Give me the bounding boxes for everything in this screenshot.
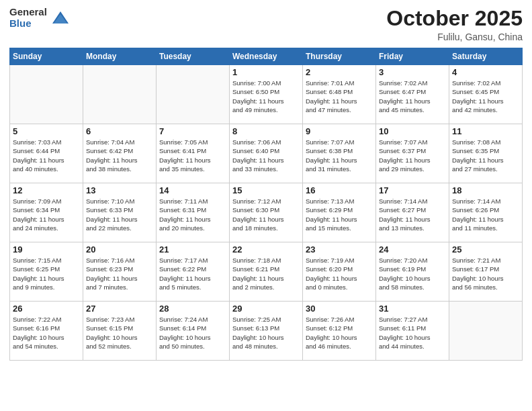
calendar: Sunday Monday Tuesday Wednesday Thursday… bbox=[9, 48, 523, 361]
day-number: 26 bbox=[13, 304, 80, 314]
calendar-cell: 21Sunrise: 7:17 AM Sunset: 6:22 PM Dayli… bbox=[157, 242, 230, 302]
day-number: 2 bbox=[306, 67, 373, 77]
day-info: Sunrise: 7:02 AM Sunset: 6:45 PM Dayligh… bbox=[452, 79, 519, 114]
calendar-cell: 10Sunrise: 7:07 AM Sunset: 6:37 PM Dayli… bbox=[376, 124, 449, 183]
calendar-cell: 29Sunrise: 7:25 AM Sunset: 6:13 PM Dayli… bbox=[230, 302, 303, 361]
day-info: Sunrise: 7:08 AM Sunset: 6:35 PM Dayligh… bbox=[452, 138, 519, 173]
col-saturday: Saturday bbox=[449, 48, 523, 65]
day-info: Sunrise: 7:27 AM Sunset: 6:11 PM Dayligh… bbox=[379, 315, 446, 351]
day-number: 13 bbox=[86, 185, 153, 195]
day-info: Sunrise: 7:14 AM Sunset: 6:26 PM Dayligh… bbox=[452, 197, 519, 232]
day-number: 23 bbox=[306, 244, 373, 255]
day-info: Sunrise: 7:01 AM Sunset: 6:48 PM Dayligh… bbox=[306, 79, 373, 114]
calendar-cell: 9Sunrise: 7:07 AM Sunset: 6:38 PM Daylig… bbox=[303, 124, 376, 183]
calendar-cell: 17Sunrise: 7:14 AM Sunset: 6:27 PM Dayli… bbox=[376, 183, 449, 242]
day-info: Sunrise: 7:23 AM Sunset: 6:15 PM Dayligh… bbox=[86, 315, 153, 351]
day-info: Sunrise: 7:02 AM Sunset: 6:47 PM Dayligh… bbox=[379, 79, 446, 114]
calendar-cell: 11Sunrise: 7:08 AM Sunset: 6:35 PM Dayli… bbox=[449, 124, 523, 183]
calendar-cell: 1Sunrise: 7:00 AM Sunset: 6:50 PM Daylig… bbox=[230, 65, 303, 124]
day-number: 11 bbox=[452, 126, 519, 136]
day-info: Sunrise: 7:09 AM Sunset: 6:34 PM Dayligh… bbox=[13, 197, 80, 232]
day-info: Sunrise: 7:21 AM Sunset: 6:17 PM Dayligh… bbox=[452, 256, 519, 291]
day-info: Sunrise: 7:15 AM Sunset: 6:25 PM Dayligh… bbox=[13, 256, 80, 291]
day-number: 5 bbox=[13, 126, 80, 136]
day-number: 17 bbox=[379, 185, 446, 195]
calendar-cell: 25Sunrise: 7:21 AM Sunset: 6:17 PM Dayli… bbox=[449, 242, 523, 302]
day-number: 12 bbox=[13, 185, 80, 195]
day-info: Sunrise: 7:17 AM Sunset: 6:22 PM Dayligh… bbox=[159, 256, 226, 291]
day-info: Sunrise: 7:22 AM Sunset: 6:16 PM Dayligh… bbox=[13, 315, 80, 351]
day-number: 10 bbox=[379, 126, 446, 136]
calendar-cell: 7Sunrise: 7:05 AM Sunset: 6:41 PM Daylig… bbox=[157, 124, 230, 183]
day-info: Sunrise: 7:26 AM Sunset: 6:12 PM Dayligh… bbox=[306, 315, 373, 351]
day-number: 31 bbox=[379, 304, 446, 314]
day-number: 15 bbox=[232, 185, 300, 195]
calendar-week-3: 12Sunrise: 7:09 AM Sunset: 6:34 PM Dayli… bbox=[10, 183, 523, 242]
col-sunday: Sunday bbox=[10, 48, 83, 65]
calendar-cell: 13Sunrise: 7:10 AM Sunset: 6:33 PM Dayli… bbox=[83, 183, 157, 242]
col-thursday: Thursday bbox=[303, 48, 376, 65]
day-number: 25 bbox=[452, 244, 519, 255]
day-info: Sunrise: 7:19 AM Sunset: 6:20 PM Dayligh… bbox=[306, 256, 373, 291]
col-monday: Monday bbox=[83, 48, 157, 65]
day-info: Sunrise: 7:00 AM Sunset: 6:50 PM Dayligh… bbox=[232, 79, 300, 114]
calendar-cell: 15Sunrise: 7:12 AM Sunset: 6:30 PM Dayli… bbox=[230, 183, 303, 242]
day-number: 21 bbox=[159, 244, 226, 255]
day-number: 14 bbox=[159, 185, 226, 195]
day-number: 8 bbox=[232, 126, 300, 136]
calendar-cell bbox=[449, 302, 523, 361]
col-wednesday: Wednesday bbox=[230, 48, 303, 65]
calendar-week-2: 5Sunrise: 7:03 AM Sunset: 6:44 PM Daylig… bbox=[10, 124, 523, 183]
calendar-cell bbox=[157, 65, 230, 124]
day-number: 18 bbox=[452, 185, 519, 195]
calendar-cell bbox=[83, 65, 157, 124]
calendar-cell: 14Sunrise: 7:11 AM Sunset: 6:31 PM Dayli… bbox=[157, 183, 230, 242]
day-number: 24 bbox=[379, 244, 446, 255]
calendar-cell: 19Sunrise: 7:15 AM Sunset: 6:25 PM Dayli… bbox=[10, 242, 83, 302]
day-number: 30 bbox=[306, 304, 373, 314]
month-title: October 2025 bbox=[386, 7, 523, 30]
day-info: Sunrise: 7:03 AM Sunset: 6:44 PM Dayligh… bbox=[13, 138, 80, 173]
calendar-week-5: 26Sunrise: 7:22 AM Sunset: 6:16 PM Dayli… bbox=[10, 302, 523, 361]
day-info: Sunrise: 7:11 AM Sunset: 6:31 PM Dayligh… bbox=[159, 197, 226, 232]
day-info: Sunrise: 7:24 AM Sunset: 6:14 PM Dayligh… bbox=[159, 315, 226, 351]
calendar-cell: 6Sunrise: 7:04 AM Sunset: 6:42 PM Daylig… bbox=[83, 124, 157, 183]
day-number: 4 bbox=[452, 67, 519, 77]
day-info: Sunrise: 7:14 AM Sunset: 6:27 PM Dayligh… bbox=[379, 197, 446, 232]
logo-icon bbox=[51, 9, 70, 28]
calendar-cell: 27Sunrise: 7:23 AM Sunset: 6:15 PM Dayli… bbox=[83, 302, 157, 361]
logo: General Blue bbox=[9, 7, 70, 29]
day-number: 3 bbox=[379, 67, 446, 77]
logo-general: General bbox=[9, 7, 47, 18]
day-info: Sunrise: 7:07 AM Sunset: 6:37 PM Dayligh… bbox=[379, 138, 446, 173]
calendar-cell: 5Sunrise: 7:03 AM Sunset: 6:44 PM Daylig… bbox=[10, 124, 83, 183]
calendar-cell: 2Sunrise: 7:01 AM Sunset: 6:48 PM Daylig… bbox=[303, 65, 376, 124]
calendar-header-row: Sunday Monday Tuesday Wednesday Thursday… bbox=[10, 48, 523, 65]
day-number: 28 bbox=[159, 304, 226, 314]
day-info: Sunrise: 7:12 AM Sunset: 6:30 PM Dayligh… bbox=[232, 197, 300, 232]
day-info: Sunrise: 7:07 AM Sunset: 6:38 PM Dayligh… bbox=[306, 138, 373, 173]
calendar-cell: 24Sunrise: 7:20 AM Sunset: 6:19 PM Dayli… bbox=[376, 242, 449, 302]
header: General Blue October 2025 Fulilu, Gansu,… bbox=[9, 7, 523, 42]
day-info: Sunrise: 7:18 AM Sunset: 6:21 PM Dayligh… bbox=[232, 256, 300, 291]
day-info: Sunrise: 7:16 AM Sunset: 6:23 PM Dayligh… bbox=[86, 256, 153, 291]
day-info: Sunrise: 7:25 AM Sunset: 6:13 PM Dayligh… bbox=[232, 315, 300, 351]
location: Fulilu, Gansu, China bbox=[386, 32, 523, 42]
calendar-cell: 18Sunrise: 7:14 AM Sunset: 6:26 PM Dayli… bbox=[449, 183, 523, 242]
day-number: 29 bbox=[232, 304, 300, 314]
day-info: Sunrise: 7:05 AM Sunset: 6:41 PM Dayligh… bbox=[159, 138, 226, 173]
logo-text: General Blue bbox=[9, 7, 47, 29]
calendar-week-1: 1Sunrise: 7:00 AM Sunset: 6:50 PM Daylig… bbox=[10, 65, 523, 124]
day-number: 22 bbox=[232, 244, 300, 255]
day-number: 20 bbox=[86, 244, 153, 255]
day-info: Sunrise: 7:20 AM Sunset: 6:19 PM Dayligh… bbox=[379, 256, 446, 291]
calendar-cell: 30Sunrise: 7:26 AM Sunset: 6:12 PM Dayli… bbox=[303, 302, 376, 361]
calendar-cell bbox=[10, 65, 83, 124]
calendar-cell: 20Sunrise: 7:16 AM Sunset: 6:23 PM Dayli… bbox=[83, 242, 157, 302]
calendar-cell: 22Sunrise: 7:18 AM Sunset: 6:21 PM Dayli… bbox=[230, 242, 303, 302]
col-tuesday: Tuesday bbox=[157, 48, 230, 65]
page: General Blue October 2025 Fulilu, Gansu,… bbox=[0, 0, 532, 411]
day-info: Sunrise: 7:04 AM Sunset: 6:42 PM Dayligh… bbox=[86, 138, 153, 173]
day-number: 16 bbox=[306, 185, 373, 195]
day-number: 19 bbox=[13, 244, 80, 255]
